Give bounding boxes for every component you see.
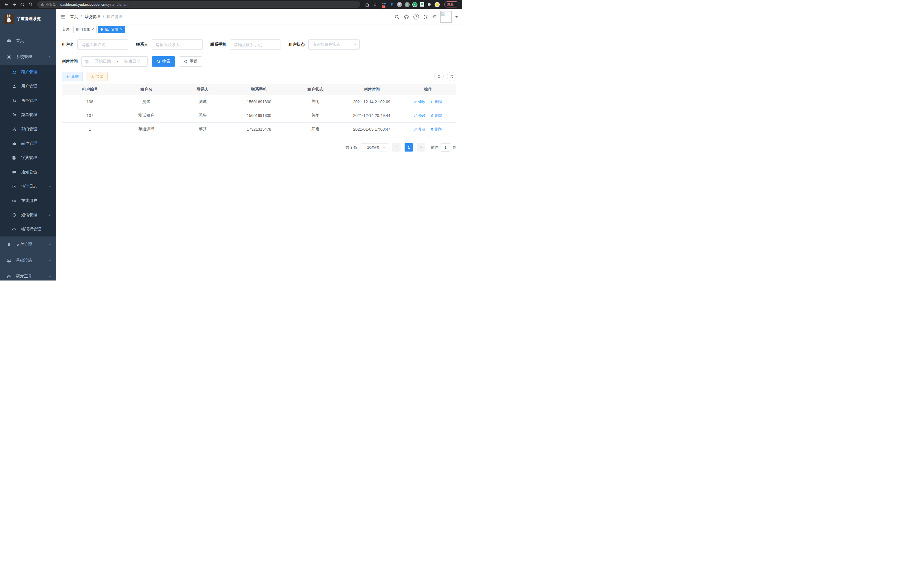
edit-link[interactable]: 修改: [414, 113, 425, 118]
refresh-table-button[interactable]: [447, 72, 456, 81]
browser-home-icon[interactable]: [27, 1, 34, 8]
chevron-up-icon: [48, 55, 51, 59]
edit-note-icon: [12, 184, 16, 189]
sidebar-item-error-code[interactable]: 错误码管理: [0, 222, 56, 236]
command-extension-icon[interactable]: ⌘: [397, 2, 402, 7]
pagination: 共 3 条 10条/页 1 前往 页: [62, 143, 456, 152]
tenant-table: 租户编号 租户名 联系人 联系手机 租户状态 创建时间 操作 108 测试 测试: [62, 84, 456, 136]
sidebar-item-tenant[interactable]: 租户管理: [0, 65, 56, 79]
tab-home[interactable]: 首页: [60, 26, 72, 33]
browser-menu-dots-icon[interactable]: [456, 3, 457, 6]
edit-link[interactable]: 修改: [414, 99, 425, 104]
page-suffix: 页: [453, 145, 456, 150]
toggle-search-button[interactable]: [434, 72, 444, 81]
chevron-down-icon: [48, 259, 51, 262]
chevron-down-icon: [48, 213, 51, 217]
sidebar-item-dept[interactable]: 部门管理: [0, 122, 56, 136]
calendar-icon: [85, 59, 89, 64]
reset-button[interactable]: 重置: [179, 56, 202, 67]
extension-badge-icon[interactable]: 10: [381, 2, 387, 7]
page-size-select[interactable]: 10条/页: [361, 143, 388, 152]
chevron-down-icon: [48, 243, 51, 246]
export-button[interactable]: 导出: [87, 72, 108, 81]
kite-extension-icon[interactable]: [389, 2, 394, 7]
tab-tenant-active[interactable]: 租户管理: [98, 26, 125, 33]
font-size-icon[interactable]: tT: [433, 14, 436, 19]
sidebar-item-notice[interactable]: 通知公告: [0, 165, 56, 179]
add-button[interactable]: 新增: [62, 72, 83, 81]
pagination-total: 共 3 条: [346, 145, 357, 150]
breadcrumb: 首页 / 系统管理 / 租户管理: [70, 14, 123, 20]
sidebar-item-menu[interactable]: 菜单管理: [0, 108, 56, 122]
prev-page-button[interactable]: [392, 143, 400, 152]
tags-view-bar: 首页 部门管理 租户管理: [56, 25, 462, 34]
status-select[interactable]: 请选择租户状态: [308, 39, 360, 50]
dashboard-icon: [7, 39, 11, 44]
breadcrumb-system[interactable]: 系统管理: [84, 14, 100, 20]
github-icon[interactable]: [404, 14, 409, 20]
help-icon[interactable]: ?: [413, 14, 419, 20]
trash-icon: [430, 128, 434, 131]
browser-forward-icon[interactable]: [11, 1, 18, 8]
goto-page-input[interactable]: [441, 143, 450, 152]
sidebar-item-sms[interactable]: 短信管理: [0, 208, 56, 222]
current-page-button[interactable]: 1: [405, 143, 413, 152]
sidebar-logo[interactable]: 芋道管理系统: [0, 9, 56, 25]
sidebar-item-audit-log[interactable]: 审计日志: [0, 179, 56, 194]
sidebar-item-system[interactable]: 系统管理: [0, 49, 56, 65]
close-icon[interactable]: [92, 28, 94, 31]
browser-update-button[interactable]: 更新: [444, 2, 459, 8]
chevron-right-icon: [419, 146, 423, 149]
sidebar-item-dict[interactable]: 字典管理: [0, 151, 56, 165]
sidebar-fold-icon[interactable]: [56, 14, 70, 20]
breadcrumb-home[interactable]: 首页: [70, 14, 78, 20]
next-page-button[interactable]: [417, 143, 425, 152]
user-avatar-broken[interactable]: [440, 11, 452, 23]
extensions-puzzle-icon[interactable]: [427, 2, 432, 7]
monitor-icon: [7, 258, 11, 263]
phone-input[interactable]: [230, 39, 281, 50]
fullscreen-icon[interactable]: [423, 14, 428, 20]
bookmark-star-icon[interactable]: ☆: [372, 1, 379, 8]
y-green-extension-icon[interactable]: Y: [412, 2, 417, 7]
sidebar-item-pay[interactable]: ¥ 支付管理: [0, 236, 56, 253]
browser-reload-icon[interactable]: [19, 1, 26, 8]
date-range-picker[interactable]: 开始日期 - 结束日期: [81, 56, 148, 67]
sidebar-item-post[interactable]: 岗位管理: [0, 136, 56, 151]
breadcrumb-current: 租户管理: [106, 14, 123, 20]
chevron-down-icon: [48, 185, 51, 188]
browser-address-bar[interactable]: 不安全 dashboard.yudao.iocoder.cn/system/te…: [37, 1, 360, 8]
filter-row-1: 租户名 联系人 联系手机 租户状态 请选择租户状态: [62, 39, 456, 50]
sidebar-item-user[interactable]: 用户管理: [0, 79, 56, 93]
goto-label: 前往: [431, 145, 438, 150]
search-button[interactable]: 搜索: [152, 56, 175, 67]
security-warning[interactable]: 不安全: [40, 2, 56, 7]
header-search-icon[interactable]: [394, 14, 399, 20]
sidebar-item-home[interactable]: 首页: [0, 33, 56, 49]
app-logo-image: [4, 14, 14, 24]
delete-link[interactable]: 删除: [430, 99, 442, 104]
sidebar-item-infra[interactable]: 基础设施: [0, 253, 56, 268]
profile-avatar-icon[interactable]: [435, 2, 440, 7]
record-extension-icon[interactable]: [405, 2, 410, 7]
sidebar-item-role[interactable]: 角色管理: [0, 93, 56, 108]
sidebar-item-dev-tools[interactable]: 研发工具: [0, 268, 56, 281]
col-phone: 联系手机: [231, 84, 287, 95]
browser-back-icon[interactable]: [3, 1, 10, 8]
avatar-caret-icon[interactable]: [455, 16, 458, 18]
search-icon: [437, 75, 441, 79]
share-icon[interactable]: [364, 1, 370, 8]
browser-toolbar: 不安全 dashboard.yudao.iocoder.cn/system/te…: [0, 0, 462, 9]
close-icon[interactable]: [120, 28, 123, 31]
tab-dept[interactable]: 部门管理: [74, 26, 97, 33]
delete-link[interactable]: 删除: [430, 113, 442, 118]
sidebar-item-online-user[interactable]: 在线用户: [0, 194, 56, 208]
download-icon: [91, 75, 94, 78]
extensions-row: 10 ⌘ Y: [381, 2, 440, 7]
refresh-icon: [450, 75, 454, 79]
edit-link[interactable]: 修改: [414, 127, 425, 132]
chat-extension-icon[interactable]: [420, 2, 424, 7]
delete-link[interactable]: 删除: [430, 127, 442, 132]
contact-input[interactable]: [152, 39, 202, 50]
tenant-name-input[interactable]: [77, 39, 128, 50]
